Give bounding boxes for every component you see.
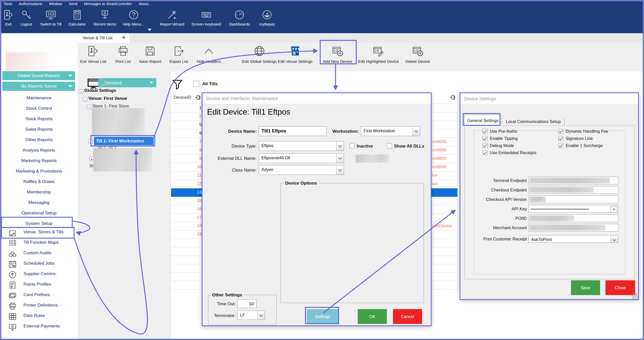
- device-type-select[interactable]: Eftpos: [259, 141, 344, 151]
- settings-button[interactable]: Settings: [307, 309, 338, 324]
- dialog-title-bar[interactable]: Device and Interfaces Maintenance: [202, 93, 431, 104]
- pin-column-icon[interactable]: [195, 94, 201, 101]
- reveal-icon[interactable]: »: [611, 206, 617, 213]
- inactive-checkbox[interactable]: [350, 143, 355, 148]
- close-button[interactable]: Close: [605, 280, 635, 295]
- tree-node-global-settings[interactable]: Global Settings: [84, 88, 116, 93]
- tree-node-store1[interactable]: Store 1: First Store: [92, 104, 129, 109]
- sidebar-item-data-rules[interactable]: Data Rules: [0, 311, 78, 322]
- checkbox-enable-tipping[interactable]: [483, 136, 487, 141]
- toolbar-button-recent-items[interactable]: Recent Items: [94, 9, 116, 26]
- toolbar-button-exit-venue-list[interactable]: Exit Venue List: [80, 44, 106, 64]
- sidebar-item-till-function-maps[interactable]: Till Function Maps: [0, 238, 78, 248]
- sidebar-item-messaging[interactable]: Messaging: [0, 197, 78, 208]
- field-input-api-key[interactable]: ••••••••••••••••••••••••••••••••••••••••…: [528, 205, 618, 213]
- global-saved-reports-button[interactable]: Global Saved Reports: [2, 71, 75, 80]
- class-name-select[interactable]: Adyen: [259, 165, 344, 175]
- expand-icon[interactable]: [88, 139, 93, 143]
- collapse-icon[interactable]: [79, 89, 83, 94]
- filter-icon[interactable]: [172, 78, 183, 91]
- tree-view-selector[interactable]: _Standard: [98, 78, 156, 87]
- chevron-down-icon[interactable]: [336, 165, 344, 175]
- toolbar-button-add-new-device[interactable]: Add New Device: [323, 44, 352, 64]
- field-input-poiid[interactable]: [528, 214, 618, 222]
- terminator-select[interactable]: LF: [237, 311, 265, 320]
- tree-node-store2-partial[interactable]: St: [89, 163, 93, 168]
- no-reports-saved-button[interactable]: No Reports Saved: [2, 82, 75, 91]
- tab-venue-till-list[interactable]: Venue & Till List ✕: [78, 33, 129, 43]
- menu-item-about[interactable]: About...: [139, 2, 151, 6]
- toolbar-button-print-list[interactable]: Print List: [115, 44, 131, 64]
- device-name-input[interactable]: Till1 Eftpos: [259, 126, 327, 136]
- checkbox-enable-1-surcharge[interactable]: [558, 143, 563, 148]
- toolbar-button-mybepoz[interactable]: myBepoz: [259, 9, 275, 26]
- external-dll-select[interactable]: Eftposnet45.Dll: [259, 153, 344, 163]
- column-header-deviceid[interactable]: DeviceID: [174, 95, 191, 100]
- sidebar-item-supplier-comms[interactable]: Supplier Comms.: [0, 269, 78, 280]
- toolbar-button-export-list[interactable]: Export List: [169, 44, 188, 64]
- workstation-select[interactable]: First Workstation: [361, 126, 420, 136]
- sidebar-item-sales-reports[interactable]: Sales Reports: [0, 124, 78, 135]
- show-all-dlls-checkbox[interactable]: [387, 143, 392, 148]
- field-input-checkout-endpoint[interactable]: [528, 186, 618, 194]
- tab-local-communications-setup[interactable]: Local Communications Setup: [506, 118, 565, 125]
- field-input-terminal-endpoint[interactable]: [528, 177, 618, 184]
- menu-item-messages-to-smartcontroller[interactable]: Messages to SmartController: [84, 2, 132, 6]
- chevron-down-icon[interactable]: [412, 127, 420, 136]
- sidebar-item-membership[interactable]: Membership: [0, 187, 78, 197]
- ok-button[interactable]: OK: [358, 309, 387, 324]
- dialog-title-bar[interactable]: Device Settings: [460, 93, 638, 105]
- chevron-down-icon[interactable]: [336, 141, 344, 151]
- sidebar-item-custom-audits[interactable]: Custom Audits: [0, 248, 78, 259]
- sidebar-item-other-reports[interactable]: Other Reports: [0, 135, 78, 145]
- toolbar-button-calculator[interactable]: Calculator: [68, 9, 86, 26]
- checkbox-signature-line[interactable]: [558, 136, 563, 141]
- field-input-merchant-account[interactable]: [528, 224, 618, 232]
- sidebar-item-scheduled-jobs[interactable]: Scheduled Jobs: [0, 259, 78, 269]
- sidebar-item-operational-setup[interactable]: Operational Setup: [0, 208, 78, 218]
- chevron-down-icon[interactable]: [336, 154, 344, 163]
- help-menu-dropdown-icon[interactable]: [148, 29, 152, 31]
- menu-item-send[interactable]: Send: [69, 2, 77, 6]
- field-input-print-customer-receipt[interactable]: AskToPrint: [528, 235, 618, 243]
- sidebar-item-maintenance[interactable]: Maintenance: [0, 93, 78, 103]
- toolbar-button-switch-to-till[interactable]: Switch to Till: [40, 9, 61, 26]
- sidebar-item-marketing-promotions[interactable]: Marketing & Promotions: [0, 166, 78, 176]
- checkbox-debug-mode[interactable]: [483, 143, 487, 148]
- tree-node-till1-selected[interactable]: Till 1: First Workstation: [94, 137, 154, 145]
- toolbar-button-screen-keyboard[interactable]: Screen Keyboard: [192, 9, 221, 26]
- checkbox-use-embedded-receipts[interactable]: [483, 150, 487, 155]
- tab-general-settings[interactable]: General Settings: [464, 115, 501, 126]
- toolbar-button-report-wizard[interactable]: Report Wizard: [160, 9, 184, 26]
- time-out-input[interactable]: 10: [237, 299, 257, 308]
- toolbar-button-logout[interactable]: Logout: [20, 9, 32, 26]
- cancel-button[interactable]: Cancel: [393, 309, 422, 324]
- toolbar-button-delete-device[interactable]: Delete Device: [406, 44, 430, 64]
- sidebar-item-stock-control[interactable]: Stock Control: [0, 103, 78, 114]
- all-tills-checkbox[interactable]: [193, 81, 199, 87]
- toolbar-button-save-report[interactable]: Save Report: [139, 44, 161, 64]
- chevron-down-icon[interactable]: [257, 311, 265, 320]
- toolbar-button-edit-venue-settings[interactable]: Edit Venue Settings: [278, 44, 312, 64]
- toolbar-button-help-menu[interactable]: Help Menu...: [123, 9, 144, 26]
- menu-item-window[interactable]: Window: [49, 2, 62, 6]
- field-input-checkout-api-version[interactable]: [528, 196, 618, 203]
- sidebar-item-external-payments[interactable]: External Payments: [0, 322, 78, 332]
- sidebar-item-raffles-draws[interactable]: Raffles & Draws: [0, 176, 78, 187]
- sidebar-item-venue-stores-tills[interactable]: Venue, Stores & Tills: [0, 227, 78, 238]
- menu-item-tools[interactable]: Tools: [4, 2, 12, 6]
- toolbar-button-edit-global-settings[interactable]: Edit Global Settings: [242, 44, 277, 64]
- resize-grip[interactable]: [632, 293, 638, 299]
- sidebar-item-points-profiles[interactable]: Points Profiles: [0, 280, 78, 290]
- sidebar-item-stock-reports[interactable]: Stock Reports: [0, 114, 78, 124]
- menu-item-authorisations[interactable]: Authorisations: [19, 2, 42, 6]
- close-icon[interactable]: ✕: [122, 35, 125, 40]
- toolbar-button-exit[interactable]: Exit: [3, 9, 14, 26]
- checkbox-dynamic-handling-fee[interactable]: [558, 129, 563, 134]
- sidebar-item-card-prefixes[interactable]: Card Prefixes: [0, 290, 78, 301]
- save-button[interactable]: Save: [571, 280, 600, 295]
- collapse-icon[interactable]: [87, 105, 91, 109]
- chevron-down-icon[interactable]: [611, 235, 618, 242]
- tree-node-venue[interactable]: Venue: First Venue: [88, 96, 127, 101]
- pin-column-icon[interactable]: [449, 94, 456, 101]
